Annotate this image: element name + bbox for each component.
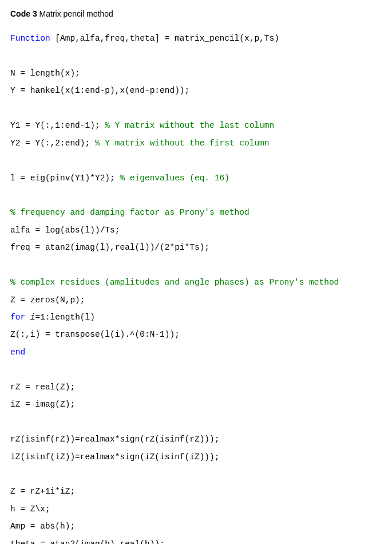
code-text: Z(:,i) = transpose(l(i).^(0:N-1));: [10, 330, 180, 339]
keyword-function: Function: [10, 34, 50, 43]
code-text: h = Z\x;: [10, 504, 50, 514]
code-text: iZ(isinf(iZ))=realmax*sign(iZ(isinf(iZ))…: [10, 452, 219, 462]
code-text: Y = hankel(x(1:end-p),x(end-p:end));: [10, 86, 189, 95]
code-text: freq = atan2(imag(l),real(l))/(2*pi*Ts);: [10, 243, 209, 252]
comment: % eigenvalues (eq. 16): [120, 174, 229, 183]
comment: % frequency and damping factor as Prony'…: [10, 208, 250, 217]
comment: % complex residues (amplitudes and angle…: [10, 278, 339, 287]
code-text: [Amp,alfa,freq,theta] = matrix_pencil(x,…: [50, 34, 279, 43]
code-listing-title: Code 3 Matrix pencil method: [10, 9, 382, 18]
code-text: alfa = log(abs(l))/Ts;: [10, 226, 120, 235]
title-text: Matrix pencil method: [37, 9, 113, 18]
comment: % Y matrix without the first column: [95, 139, 270, 148]
code-text: =1:length(l): [35, 313, 95, 322]
code-text: l = eig(pinv(Y1)*Y2);: [10, 174, 120, 183]
keyword-for: for: [10, 313, 25, 322]
code-text: Y2 = Y(:,2:end);: [10, 139, 95, 148]
code-text: Z = zeros(N,p);: [10, 295, 85, 305]
code-text: theta = atan2(imag(h),real(h));: [10, 539, 165, 544]
code-text: rZ = real(Z);: [10, 383, 75, 392]
code-block: Function [Amp,alfa,freq,theta] = matrix_…: [10, 30, 382, 544]
code-text: iZ = imag(Z);: [10, 400, 75, 409]
comment: % Y matrix without the last column: [105, 121, 274, 130]
code-text: Amp = abs(h);: [10, 522, 75, 531]
code-text: rZ(isinf(rZ))=realmax*sign(rZ(isinf(rZ))…: [10, 435, 219, 444]
loop-var: i: [25, 313, 35, 322]
title-prefix: Code 3: [10, 9, 37, 18]
keyword-end: end: [10, 348, 25, 357]
code-text: Z = rZ+1i*iZ;: [10, 487, 75, 496]
code-text: N = length(x);: [10, 69, 80, 78]
code-text: Y1 = Y(:,1:end-1);: [10, 121, 105, 130]
